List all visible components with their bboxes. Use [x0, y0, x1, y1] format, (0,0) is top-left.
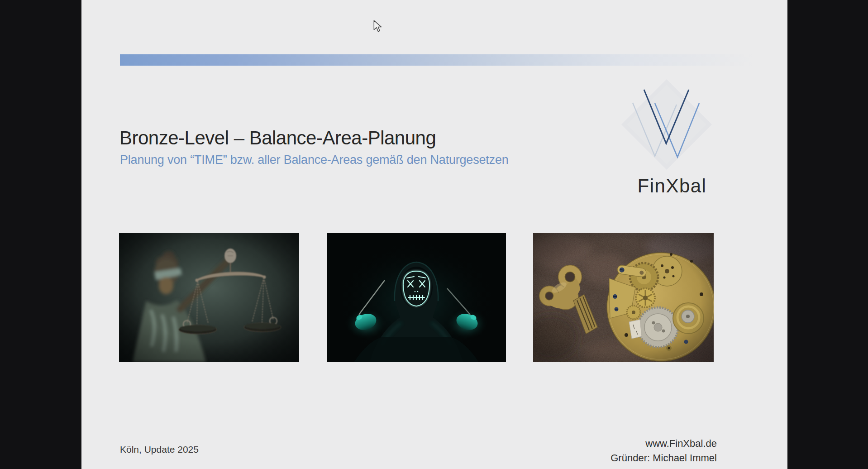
justice-scales-photo — [119, 233, 299, 362]
slide-title: Bronze-Level – Balance-Area-Planung — [119, 127, 436, 149]
neon-mask-photo — [327, 233, 506, 362]
presentation-slide[interactable]: Bronze-Level – Balance-Area-Planung Plan… — [81, 0, 787, 469]
slide-date-location: Köln, Update 2025 — [120, 444, 199, 455]
founder-line: Gründer: Michael Immel — [610, 451, 717, 465]
finxbal-logo-text: FinXbal — [634, 175, 711, 197]
finxbal-logo: FinXbal — [618, 75, 720, 201]
screen: Bronze-Level – Balance-Area-Planung Plan… — [0, 0, 868, 469]
slide-credits: www.FinXbal.de Gründer: Michael Immel — [610, 436, 717, 465]
website-url: www.FinXbal.de — [610, 436, 717, 451]
mouse-cursor — [372, 20, 384, 33]
clockwork-key-photo — [533, 233, 714, 362]
accent-gradient-bar — [120, 54, 753, 66]
finxbal-logo-icon — [618, 75, 715, 174]
slide-subtitle: Planung von “TIME” bzw. aller Balance-Ar… — [120, 153, 509, 167]
